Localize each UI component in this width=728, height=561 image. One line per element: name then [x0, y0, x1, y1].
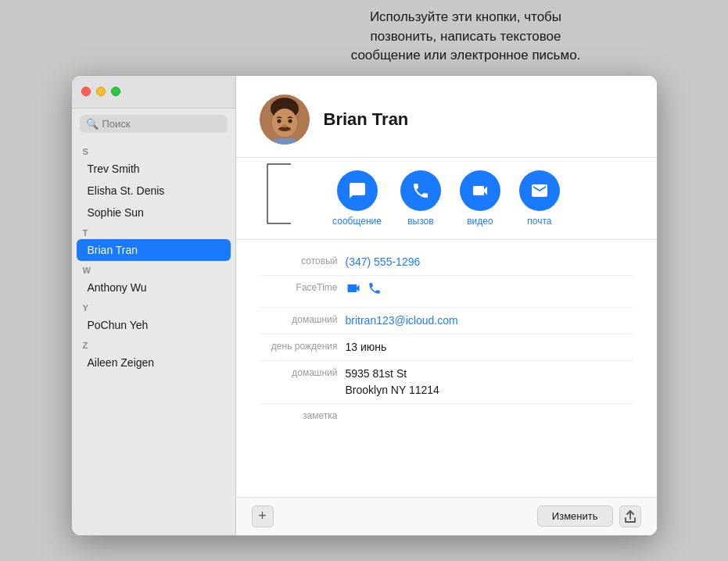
field-row-birthday: день рождения 13 июнь: [260, 334, 633, 361]
contact-item[interactable]: Trev Smith: [77, 158, 231, 180]
facetime-icons: [346, 280, 633, 302]
search-bar: 🔍: [80, 115, 228, 133]
message-icon-circle: [337, 170, 378, 211]
contact-item[interactable]: Sophie Sun: [77, 202, 231, 223]
add-button[interactable]: +: [252, 506, 274, 527]
maximize-button[interactable]: [111, 87, 120, 96]
message-label: сообщение: [332, 216, 382, 227]
svg-point-6: [282, 124, 287, 127]
section-header-t: T: [72, 223, 235, 239]
call-icon-circle: [400, 170, 441, 211]
field-label-phone: сотовый: [260, 254, 338, 268]
bottom-right: Изменить: [537, 506, 641, 527]
app-window: 🔍 S Trev Smith Elisha St. Denis Sophie S…: [71, 75, 658, 536]
field-row-note: заметка: [260, 404, 633, 427]
minimize-button[interactable]: [96, 87, 106, 96]
mail-icon-circle: [519, 170, 560, 211]
field-row-phone: сотовый (347) 555-1296: [260, 249, 633, 276]
contact-item[interactable]: PoChun Yeh: [77, 314, 231, 336]
facetime-phone-icon[interactable]: [368, 280, 382, 302]
field-label-facetime: FaceTime: [260, 280, 338, 295]
field-value-facetime: [346, 280, 633, 302]
tooltip-line1: Используйте эти кнопки, чтобы: [370, 9, 561, 24]
action-buttons-area: сообщение вызов ви: [236, 158, 657, 240]
video-button[interactable]: видео: [460, 170, 500, 227]
field-label-birthday: день рождения: [260, 339, 338, 353]
tooltip: Используйте эти кнопки, чтобы позвонить,…: [351, 8, 581, 66]
call-label: вызов: [407, 216, 433, 227]
edit-button[interactable]: Изменить: [537, 506, 613, 527]
contacts-list: S Trev Smith Elisha St. Denis Sophie Sun…: [72, 139, 235, 535]
video-label: видео: [467, 216, 493, 227]
contact-item[interactable]: Aileen Zeigen: [77, 352, 231, 373]
contact-fields: сотовый (347) 555-1296 FaceTime: [236, 240, 657, 497]
main-content: Brian Tran сообщение: [236, 76, 657, 535]
facetime-video-icon[interactable]: [346, 280, 361, 302]
svg-point-4: [277, 119, 281, 123]
section-header-w: W: [72, 261, 235, 277]
section-header-y: Y: [72, 298, 235, 314]
avatar: [260, 95, 310, 145]
contact-item[interactable]: Elisha St. Denis: [77, 180, 231, 202]
call-button[interactable]: вызов: [400, 170, 441, 227]
field-label-address: домашний: [260, 366, 338, 380]
sidebar: 🔍 S Trev Smith Elisha St. Denis Sophie S…: [72, 76, 236, 535]
contact-item[interactable]: Anthony Wu: [77, 277, 231, 298]
search-icon: 🔍: [86, 118, 99, 130]
field-value-phone[interactable]: (347) 555-1296: [346, 254, 633, 270]
mail-label: почта: [527, 216, 551, 227]
share-button[interactable]: [619, 506, 641, 527]
contact-header: Brian Tran: [236, 76, 657, 158]
field-value-birthday: 13 июнь: [346, 339, 633, 356]
field-row-email: домашний britran123@icloud.com: [260, 308, 633, 334]
action-buttons: сообщение вызов ви: [236, 158, 657, 240]
svg-point-5: [288, 119, 292, 123]
close-button[interactable]: [81, 87, 91, 96]
field-value-address: 5935 81st St Brooklyn NY 11214: [346, 366, 633, 398]
contact-name: Brian Tran: [324, 109, 409, 130]
section-header-s: S: [72, 142, 235, 158]
tooltip-line2: позвонить, написать текстовое: [370, 29, 561, 44]
field-label-note: заметка: [260, 409, 338, 423]
field-row-address: домашний 5935 81st St Brooklyn NY 11214: [260, 361, 633, 404]
contact-item-brian-tran[interactable]: Brian Tran: [77, 239, 231, 261]
section-header-z: Z: [72, 336, 235, 352]
field-label-email: домашний: [260, 313, 338, 327]
tooltip-line3: сообщение или электронное письмо.: [351, 48, 581, 63]
svg-rect-7: [274, 138, 296, 145]
mail-button[interactable]: почта: [519, 170, 560, 227]
field-value-email[interactable]: britran123@icloud.com: [346, 313, 633, 329]
message-button[interactable]: сообщение: [332, 170, 382, 227]
search-input[interactable]: [102, 118, 221, 130]
titlebar: [72, 76, 235, 109]
svg-point-2: [272, 109, 297, 137]
field-row-facetime: FaceTime: [260, 276, 633, 308]
bottom-bar: + Изменить: [236, 497, 657, 535]
video-icon-circle: [460, 170, 500, 211]
